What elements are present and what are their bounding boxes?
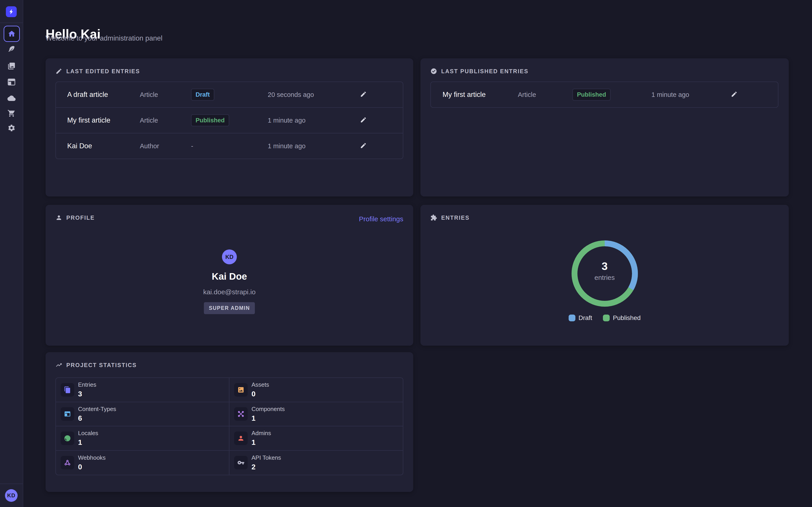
donut-center-label: 3 entries xyxy=(571,261,639,281)
stat-value: 3 xyxy=(78,390,96,398)
stat-value: 1 xyxy=(252,414,285,422)
table-row: A draft article Article Draft 20 seconds… xyxy=(56,82,403,107)
draft-swatch xyxy=(569,315,575,321)
cart-icon xyxy=(7,109,15,117)
gear-icon xyxy=(7,124,15,132)
sidebar-item-media-library[interactable] xyxy=(7,62,15,70)
last-edited-entries-panel: LAST EDITED ENTRIES A draft article Arti… xyxy=(46,58,413,196)
sidebar-user-avatar[interactable]: KD xyxy=(5,489,17,502)
stat-entries: Entries 3 xyxy=(56,378,230,402)
stat-label: Locales xyxy=(78,430,98,437)
edit-entry-button[interactable] xyxy=(731,90,739,98)
sidebar-item-content-manager[interactable] xyxy=(7,45,15,53)
project-statistics-panel: PROJECT STATISTICS Entries 3 Assets 0 xyxy=(46,352,413,492)
last-published-entries-table: My first article Article Published 1 min… xyxy=(430,81,778,108)
sidebar: KD xyxy=(0,0,23,507)
stat-webhooks: Webhooks 0 xyxy=(56,451,230,475)
stat-locales: Locales 1 xyxy=(56,426,230,451)
last-edited-entries-header: LAST EDITED ENTRIES xyxy=(55,68,140,74)
entries-donut-chart: 3 entries xyxy=(571,240,639,307)
stat-value: 6 xyxy=(78,414,116,422)
entry-time: 20 seconds ago xyxy=(268,91,314,99)
pencil-icon xyxy=(731,91,738,98)
stat-value: 1 xyxy=(78,438,98,447)
puzzle-icon xyxy=(430,214,437,221)
stat-label: Content-Types xyxy=(78,406,116,412)
sidebar-item-content-type-builder[interactable] xyxy=(7,78,15,86)
globe-icon xyxy=(61,432,74,445)
entry-time: 1 minute ago xyxy=(268,143,306,150)
sidebar-item-settings[interactable] xyxy=(7,124,15,132)
stat-content-types: Content-Types 6 xyxy=(56,402,230,427)
entries-header: ENTRIES xyxy=(430,214,470,221)
project-statistics-header: PROJECT STATISTICS xyxy=(55,362,137,369)
entry-time: 1 minute ago xyxy=(268,117,306,124)
profile-avatar: KD xyxy=(222,249,237,264)
panel-title: LAST PUBLISHED ENTRIES xyxy=(441,68,528,74)
cloud-icon xyxy=(7,94,15,102)
stat-value: 2 xyxy=(252,463,281,471)
profile-panel: PROFILE Profile settings KD Kai Doe kai.… xyxy=(46,205,413,346)
stat-label: Webhooks xyxy=(78,454,106,461)
legend-item-draft: Draft xyxy=(569,314,592,322)
stat-api-tokens: API Tokens 2 xyxy=(230,451,403,475)
stat-label: Assets xyxy=(252,381,269,388)
table-row: My first article Article Published 1 min… xyxy=(431,82,778,107)
webhook-icon xyxy=(61,456,74,469)
sidebar-item-deploy[interactable] xyxy=(7,94,15,102)
profile-name: Kai Doe xyxy=(46,271,413,282)
edit-entry-button[interactable] xyxy=(360,90,368,98)
pencil-icon xyxy=(55,68,62,74)
panel-title: ENTRIES xyxy=(441,215,470,221)
status-badge: Draft xyxy=(191,89,214,101)
last-published-entries-panel: LAST PUBLISHED ENTRIES My first article … xyxy=(420,58,789,196)
strapi-logo[interactable] xyxy=(6,6,17,17)
panel-title: PROJECT STATISTICS xyxy=(66,362,137,369)
entry-type: Author xyxy=(140,143,159,150)
stat-label: API Tokens xyxy=(252,454,281,461)
sidebar-divider-top xyxy=(0,22,23,23)
legend-label: Published xyxy=(613,314,641,322)
stat-value: 0 xyxy=(252,390,269,398)
entries-unit: entries xyxy=(571,274,639,281)
entry-title: A draft article xyxy=(67,91,108,99)
stat-value: 1 xyxy=(252,438,271,447)
stat-value: 0 xyxy=(78,463,106,471)
stat-label: Entries xyxy=(78,381,96,388)
media-library-icon xyxy=(7,62,15,70)
trending-up-icon xyxy=(55,362,62,369)
sidebar-item-home[interactable] xyxy=(4,26,20,42)
table-row: Kai Doe Author - 1 minute ago xyxy=(56,133,403,159)
files-icon xyxy=(61,383,74,397)
stat-assets: Assets 0 xyxy=(230,378,403,402)
last-edited-entries-table: A draft article Article Draft 20 seconds… xyxy=(55,81,403,159)
sidebar-item-marketplace[interactable] xyxy=(7,109,15,117)
edit-entry-button[interactable] xyxy=(360,142,368,150)
feather-icon xyxy=(7,45,15,53)
last-published-entries-header: LAST PUBLISHED ENTRIES xyxy=(430,68,528,74)
molecule-icon xyxy=(234,407,248,421)
key-icon xyxy=(234,456,248,469)
entries-panel: ENTRIES 3 entries Draft Published xyxy=(420,205,789,346)
entries-count: 3 xyxy=(571,261,639,272)
status-empty: - xyxy=(191,143,193,150)
sidebar-divider-bottom xyxy=(0,484,23,484)
donut-legend: Draft Published xyxy=(420,314,789,322)
edit-entry-button[interactable] xyxy=(360,116,368,124)
entry-type: Article xyxy=(140,117,158,124)
picture-icon xyxy=(234,383,248,397)
person-icon xyxy=(55,214,62,221)
pencil-icon xyxy=(360,91,367,98)
layout-icon xyxy=(7,78,15,86)
page-subtitle: Welcome to your administration panel xyxy=(46,34,162,42)
stat-label: Admins xyxy=(252,430,271,437)
person-icon xyxy=(234,432,248,445)
strapi-dashboard: KD Hello Kai Welcome to your administrat… xyxy=(0,0,812,507)
table-row: My first article Article Published 1 min… xyxy=(56,107,403,133)
legend-item-published: Published xyxy=(603,314,641,322)
check-circle-icon xyxy=(430,68,437,74)
entry-type: Article xyxy=(140,91,158,99)
pencil-icon xyxy=(360,142,367,149)
profile-settings-link[interactable]: Profile settings xyxy=(359,215,403,223)
project-statistics-table: Entries 3 Assets 0 Content-Types 6 xyxy=(55,378,403,475)
